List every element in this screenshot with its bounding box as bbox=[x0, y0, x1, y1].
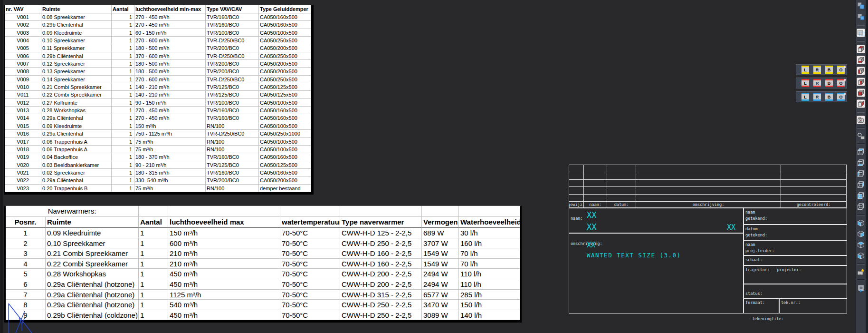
naverwarmers-cell: 150 l/h bbox=[459, 300, 520, 310]
vav-cell: V014 bbox=[5, 114, 41, 122]
ortho-top-view-icon[interactable] bbox=[857, 148, 865, 157]
lrbo-button-l[interactable]: L bbox=[801, 66, 809, 74]
vav-table-row: V0150.09 Kleedruimte1150 m³/hRN/100CA050… bbox=[5, 122, 311, 130]
naverwarmers-header-cell: Ruimte bbox=[46, 217, 139, 228]
vav-cell: V019 bbox=[5, 153, 41, 161]
vav-cell: CA050/160x500 bbox=[259, 21, 311, 29]
vav-cell: 0.22 Combi Spreekkamer bbox=[41, 91, 112, 98]
toolbar-separator bbox=[857, 279, 865, 281]
revision-cell bbox=[607, 187, 636, 194]
ortho-left-view-icon[interactable] bbox=[857, 170, 865, 178]
lrbo-button-b[interactable]: B bbox=[825, 79, 833, 87]
vav-table-row: V0100.21 Combi Spreekkamer1140 - 210 m³/… bbox=[5, 83, 311, 91]
vav-cell: TVR/160/BC0 bbox=[206, 169, 259, 176]
naverwarmers-header-cell: Vermogen bbox=[422, 217, 459, 228]
vav-header-cell: nr. VAV bbox=[5, 5, 41, 13]
vav-cell: V023 bbox=[5, 185, 41, 192]
naverwarmers-cell: 3707 W bbox=[422, 238, 459, 249]
vav-cell: V013 bbox=[5, 107, 41, 114]
revision-cell bbox=[607, 195, 636, 202]
teknr-cell: tek.nr.: bbox=[779, 298, 847, 313]
close-icon[interactable]: x bbox=[844, 78, 846, 82]
toolbar-separator bbox=[857, 214, 865, 216]
naverwarmers-cell: CWW-H-D 200 - 2-2,5 bbox=[340, 279, 422, 290]
named-views-icon[interactable] bbox=[857, 1, 865, 10]
camera-view-icon[interactable] bbox=[857, 116, 865, 124]
vav-cell: 1 bbox=[112, 138, 134, 146]
vav-cell: 0.06 Trappenhuis A bbox=[41, 146, 112, 153]
naam-label: naam: bbox=[571, 216, 583, 221]
ortho-right-view-icon[interactable] bbox=[857, 181, 865, 189]
vav-table-row: V0220.29a Cliëntenhal1330- 540 m³/hTVR/2… bbox=[5, 176, 311, 184]
status-cell: status: bbox=[744, 284, 847, 298]
vav-cell: 1 bbox=[112, 169, 134, 176]
vav-cell: 60 - 150 m³/h bbox=[134, 29, 206, 37]
view-boundary-icon[interactable] bbox=[857, 29, 865, 37]
naverwarmers-title-cell bbox=[168, 206, 280, 217]
vav-cell: 180 - 370 m³/h bbox=[134, 153, 206, 161]
lrbo-toolbar-blue: LRBOx bbox=[796, 91, 847, 102]
vav-table-row: V0130.28 Workshopkas1270 - 450 m³/hTVR/1… bbox=[5, 107, 311, 114]
toolbar-separator bbox=[857, 40, 865, 42]
vav-cell: 1 bbox=[112, 91, 134, 98]
right-view-icon[interactable] bbox=[857, 78, 865, 86]
close-icon[interactable]: x bbox=[844, 91, 846, 96]
ortho-front-view-icon[interactable] bbox=[857, 192, 865, 200]
vav-cell: TVR/200/BC0 bbox=[206, 68, 259, 75]
vav-cell: CA050/160x500 bbox=[259, 169, 311, 176]
edit-view-icon[interactable] bbox=[857, 284, 865, 293]
ortho-bottom-view-icon[interactable] bbox=[857, 159, 865, 167]
lrbo-button-r[interactable]: R bbox=[813, 66, 821, 74]
lrbo-button-r[interactable]: R bbox=[813, 79, 821, 87]
vav-cell: 1 bbox=[112, 83, 134, 91]
vav-cell: demper bestaand bbox=[259, 185, 311, 192]
schaal-cell: schaal: bbox=[744, 255, 847, 265]
naverwarmers-cell: 1 bbox=[139, 248, 168, 259]
left-view-icon[interactable] bbox=[857, 67, 865, 75]
lrbo-button-b[interactable]: B bbox=[825, 66, 833, 74]
vav-header-row: nr. VAVRuimteAantalluchthoeveelheid min-… bbox=[5, 5, 311, 13]
naverwarmers-cell: 0.09 Kleedruimte bbox=[46, 228, 139, 238]
lrbo-button-b[interactable]: B bbox=[825, 93, 833, 101]
naverwarmers-cell: 160 l/h bbox=[459, 238, 520, 249]
formaat-cell: formaat: bbox=[744, 298, 779, 313]
naverwarmers-cell: 70-50°C bbox=[280, 259, 340, 269]
lrbo-button-l[interactable]: L bbox=[801, 93, 809, 101]
vav-cell: 150 m³/h bbox=[134, 122, 206, 130]
naverwarmers-title-cell bbox=[280, 206, 340, 217]
vav-cell: 0.11 Spreekkamer bbox=[41, 44, 112, 52]
vav-cell: 0.12 Spreekkamer bbox=[41, 60, 112, 68]
front-view-icon[interactable] bbox=[857, 88, 865, 97]
view-manager-icon[interactable] bbox=[857, 132, 865, 140]
se-isometric-view-icon[interactable] bbox=[857, 230, 865, 238]
vav-cell: 0.20 Trappenhuis B bbox=[41, 185, 112, 192]
vav-cell: CA050/200x500 bbox=[259, 44, 311, 52]
naverwarmers-header-cell: Aantal bbox=[139, 217, 168, 228]
vav-cell: TVR-D/250/BC0 bbox=[206, 76, 259, 83]
nw-isometric-view-icon[interactable] bbox=[857, 252, 865, 260]
vav-table-row: V0040.10 Spreekkamer1270 - 600 m³/hTVR-D… bbox=[5, 37, 311, 44]
lrbo-button-r[interactable]: R bbox=[813, 93, 821, 101]
vav-header-cell: Aantal bbox=[112, 5, 134, 13]
create-camera-icon[interactable] bbox=[857, 268, 865, 276]
naverwarmers-cell: 3 bbox=[6, 248, 46, 259]
vav-cell: CA050/125x500 bbox=[259, 161, 311, 169]
revision-cell bbox=[569, 165, 584, 172]
sw-isometric-view-icon[interactable] bbox=[857, 219, 865, 227]
ortho-back-view-icon[interactable] bbox=[857, 203, 865, 211]
back-view-icon[interactable] bbox=[857, 99, 865, 108]
new-view-icon[interactable] bbox=[857, 12, 865, 21]
revision-header-cell: gewijz. bbox=[569, 202, 584, 208]
lrbo-button-l[interactable]: L bbox=[801, 79, 809, 87]
lrbo-toolbar-red: LRBOx bbox=[796, 78, 847, 88]
vav-cell: TVR/125/BC0 bbox=[206, 91, 259, 98]
vav-cell: 0.13 Spreekkamer bbox=[41, 68, 112, 75]
top-view-icon[interactable] bbox=[857, 45, 865, 53]
revision-cell bbox=[781, 172, 847, 179]
vav-cell: CA050/100x500 bbox=[259, 138, 311, 146]
naverwarmers-cell: 30 l/h bbox=[459, 228, 520, 238]
bottom-view-icon[interactable] bbox=[857, 56, 865, 64]
revision-cell bbox=[636, 172, 781, 179]
close-icon[interactable]: x bbox=[844, 64, 846, 69]
ne-isometric-view-icon[interactable] bbox=[857, 241, 865, 249]
